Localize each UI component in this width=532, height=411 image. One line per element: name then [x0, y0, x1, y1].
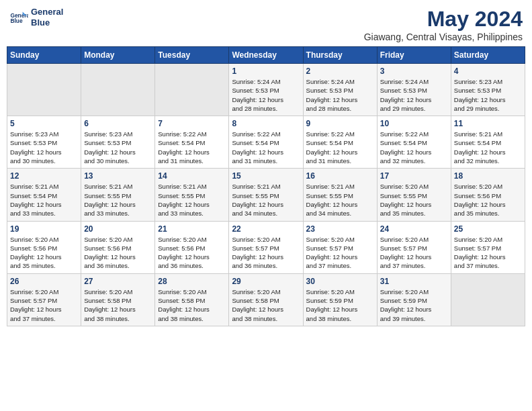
day-number: 25: [454, 224, 522, 234]
day-cell: 1Sunrise: 5:24 AM Sunset: 5:53 PM Daylig…: [229, 64, 303, 116]
day-number: 15: [232, 171, 300, 181]
day-cell: 2Sunrise: 5:24 AM Sunset: 5:53 PM Daylig…: [303, 64, 377, 116]
day-cell: 30Sunrise: 5:20 AM Sunset: 5:59 PM Dayli…: [303, 273, 377, 326]
day-cell: [155, 64, 229, 116]
day-info: Sunrise: 5:23 AM Sunset: 5:53 PM Dayligh…: [84, 130, 152, 165]
logo-line1: General: [31, 7, 63, 17]
day-number: 29: [232, 277, 300, 286]
day-cell: 31Sunrise: 5:20 AM Sunset: 5:59 PM Dayli…: [377, 273, 451, 326]
day-info: Sunrise: 5:20 AM Sunset: 5:59 PM Dayligh…: [306, 287, 374, 323]
day-cell: 12Sunrise: 5:21 AM Sunset: 5:54 PM Dayli…: [7, 169, 81, 221]
day-info: Sunrise: 5:21 AM Sunset: 5:54 PM Dayligh…: [10, 182, 78, 218]
weekday-header-sunday: Sunday: [7, 47, 81, 64]
day-cell: 28Sunrise: 5:20 AM Sunset: 5:58 PM Dayli…: [155, 273, 229, 326]
day-number: 8: [232, 119, 300, 128]
day-info: Sunrise: 5:24 AM Sunset: 5:53 PM Dayligh…: [232, 77, 300, 113]
day-number: 16: [306, 171, 374, 181]
day-info: Sunrise: 5:21 AM Sunset: 5:55 PM Dayligh…: [84, 182, 152, 218]
day-info: Sunrise: 5:23 AM Sunset: 5:53 PM Dayligh…: [10, 130, 78, 165]
day-cell: 4Sunrise: 5:23 AM Sunset: 5:53 PM Daylig…: [451, 64, 525, 116]
day-info: Sunrise: 5:20 AM Sunset: 5:57 PM Dayligh…: [232, 235, 300, 271]
day-cell: [451, 273, 525, 326]
day-info: Sunrise: 5:20 AM Sunset: 5:58 PM Dayligh…: [232, 287, 300, 323]
weekday-header-monday: Monday: [81, 47, 155, 64]
day-number: 14: [158, 171, 226, 181]
day-info: Sunrise: 5:21 AM Sunset: 5:55 PM Dayligh…: [306, 182, 374, 218]
day-number: 26: [10, 277, 78, 286]
day-info: Sunrise: 5:20 AM Sunset: 5:57 PM Dayligh…: [10, 287, 78, 323]
day-cell: [81, 64, 155, 116]
day-cell: 29Sunrise: 5:20 AM Sunset: 5:58 PM Dayli…: [229, 273, 303, 326]
day-info: Sunrise: 5:20 AM Sunset: 5:56 PM Dayligh…: [10, 235, 78, 271]
day-cell: 20Sunrise: 5:20 AM Sunset: 5:56 PM Dayli…: [81, 221, 155, 273]
day-number: 13: [84, 171, 152, 181]
day-number: 24: [380, 224, 448, 234]
day-number: 3: [380, 66, 448, 76]
day-cell: 3Sunrise: 5:24 AM Sunset: 5:53 PM Daylig…: [377, 64, 451, 116]
day-info: Sunrise: 5:20 AM Sunset: 5:58 PM Dayligh…: [84, 287, 152, 323]
day-info: Sunrise: 5:21 AM Sunset: 5:55 PM Dayligh…: [232, 182, 300, 218]
day-info: Sunrise: 5:20 AM Sunset: 5:57 PM Dayligh…: [380, 235, 448, 271]
day-cell: 13Sunrise: 5:21 AM Sunset: 5:55 PM Dayli…: [81, 169, 155, 221]
day-info: Sunrise: 5:22 AM Sunset: 5:54 PM Dayligh…: [158, 130, 226, 165]
day-number: 30: [306, 277, 374, 286]
day-cell: 7Sunrise: 5:22 AM Sunset: 5:54 PM Daylig…: [155, 116, 229, 169]
day-number: 5: [10, 119, 78, 128]
day-info: Sunrise: 5:20 AM Sunset: 5:58 PM Dayligh…: [158, 287, 226, 323]
weekday-header-thursday: Thursday: [303, 47, 377, 64]
weekday-header-friday: Friday: [377, 47, 451, 64]
calendar-table: SundayMondayTuesdayWednesdayThursdayFrid…: [7, 46, 525, 326]
day-number: 7: [158, 119, 226, 128]
day-cell: 27Sunrise: 5:20 AM Sunset: 5:58 PM Dayli…: [81, 273, 155, 326]
day-cell: 11Sunrise: 5:21 AM Sunset: 5:54 PM Dayli…: [451, 116, 525, 169]
day-info: Sunrise: 5:20 AM Sunset: 5:57 PM Dayligh…: [454, 235, 522, 271]
day-cell: 16Sunrise: 5:21 AM Sunset: 5:55 PM Dayli…: [303, 169, 377, 221]
day-info: Sunrise: 5:24 AM Sunset: 5:53 PM Dayligh…: [306, 77, 374, 113]
day-cell: 22Sunrise: 5:20 AM Sunset: 5:57 PM Dayli…: [229, 221, 303, 273]
logo-line2: Blue: [31, 17, 63, 28]
day-info: Sunrise: 5:23 AM Sunset: 5:53 PM Dayligh…: [454, 77, 522, 113]
day-cell: 19Sunrise: 5:20 AM Sunset: 5:56 PM Dayli…: [7, 221, 81, 273]
day-info: Sunrise: 5:20 AM Sunset: 5:56 PM Dayligh…: [158, 235, 226, 271]
week-row-4: 19Sunrise: 5:20 AM Sunset: 5:56 PM Dayli…: [7, 221, 525, 273]
day-number: 11: [454, 119, 522, 128]
week-row-1: 1Sunrise: 5:24 AM Sunset: 5:53 PM Daylig…: [7, 64, 525, 116]
day-number: 1: [232, 66, 300, 76]
day-number: 22: [232, 224, 300, 234]
week-row-3: 12Sunrise: 5:21 AM Sunset: 5:54 PM Dayli…: [7, 169, 525, 221]
day-number: 2: [306, 66, 374, 76]
day-number: 17: [380, 171, 448, 181]
day-info: Sunrise: 5:20 AM Sunset: 5:55 PM Dayligh…: [380, 182, 448, 218]
day-info: Sunrise: 5:21 AM Sunset: 5:55 PM Dayligh…: [158, 182, 226, 218]
day-cell: 5Sunrise: 5:23 AM Sunset: 5:53 PM Daylig…: [7, 116, 81, 169]
day-number: 4: [454, 66, 522, 76]
day-number: 28: [158, 277, 226, 286]
day-cell: 8Sunrise: 5:22 AM Sunset: 5:54 PM Daylig…: [229, 116, 303, 169]
day-info: Sunrise: 5:22 AM Sunset: 5:54 PM Dayligh…: [380, 130, 448, 165]
day-number: 6: [84, 119, 152, 128]
svg-text:Blue: Blue: [10, 17, 22, 24]
day-cell: 25Sunrise: 5:20 AM Sunset: 5:57 PM Dayli…: [451, 221, 525, 273]
logo-icon: General Blue: [9, 8, 28, 27]
weekday-header-tuesday: Tuesday: [155, 47, 229, 64]
day-cell: 6Sunrise: 5:23 AM Sunset: 5:53 PM Daylig…: [81, 116, 155, 169]
day-info: Sunrise: 5:22 AM Sunset: 5:54 PM Dayligh…: [306, 130, 374, 165]
day-info: Sunrise: 5:22 AM Sunset: 5:54 PM Dayligh…: [232, 130, 300, 165]
day-number: 23: [306, 224, 374, 234]
day-info: Sunrise: 5:20 AM Sunset: 5:56 PM Dayligh…: [84, 235, 152, 271]
day-number: 18: [454, 171, 522, 181]
weekday-header-wednesday: Wednesday: [229, 47, 303, 64]
day-number: 19: [10, 224, 78, 234]
day-info: Sunrise: 5:20 AM Sunset: 5:57 PM Dayligh…: [306, 235, 374, 271]
location-subtitle: Giawang, Central Visayas, Philippines: [364, 32, 523, 42]
day-number: 31: [380, 277, 448, 286]
title-block: May 2024 Giawang, Central Visayas, Phili…: [364, 7, 523, 42]
week-row-2: 5Sunrise: 5:23 AM Sunset: 5:53 PM Daylig…: [7, 116, 525, 169]
day-cell: 17Sunrise: 5:20 AM Sunset: 5:55 PM Dayli…: [377, 169, 451, 221]
day-cell: 21Sunrise: 5:20 AM Sunset: 5:56 PM Dayli…: [155, 221, 229, 273]
day-number: 20: [84, 224, 152, 234]
day-cell: 14Sunrise: 5:21 AM Sunset: 5:55 PM Dayli…: [155, 169, 229, 221]
logo-text: General Blue: [31, 7, 63, 28]
day-number: 12: [10, 171, 78, 181]
day-cell: 15Sunrise: 5:21 AM Sunset: 5:55 PM Dayli…: [229, 169, 303, 221]
